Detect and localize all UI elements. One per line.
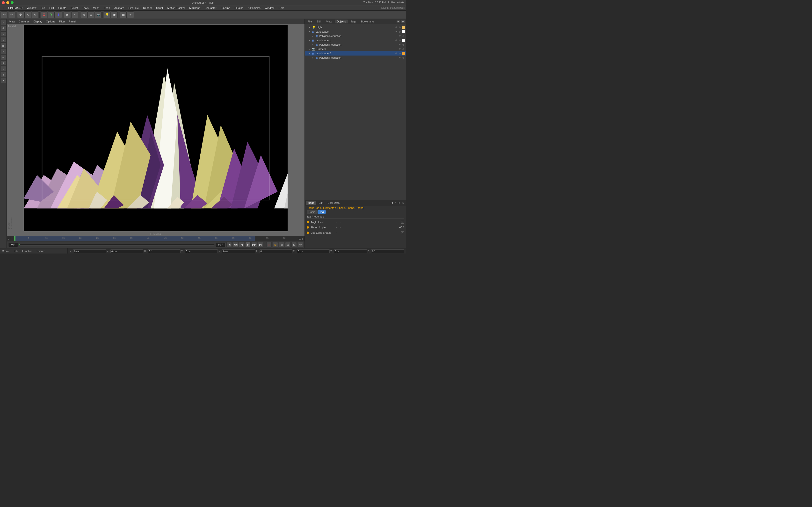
tree-item-light[interactable]: ▸ 💡 Light 👁 ◎	[305, 25, 406, 30]
key-sel-btn[interactable]: ⊟	[285, 242, 291, 247]
menu-window[interactable]: Window	[25, 6, 38, 10]
vis-icon-eye-3[interactable]: 👁	[398, 34, 401, 38]
landscape2-color-swatch[interactable]	[402, 52, 405, 55]
coord-input-z[interactable]	[297, 249, 329, 253]
vis-icon-eye-5[interactable]: 👁	[398, 43, 401, 46]
attr-check-edge-breaks[interactable]: ✓	[401, 231, 404, 234]
menu-pipeline[interactable]: Pipeline	[219, 6, 232, 10]
light-color-swatch[interactable]	[402, 25, 405, 29]
attr-basic-tab[interactable]: Basic	[307, 210, 317, 214]
vis-icon-render-4[interactable]: ◎	[398, 39, 401, 42]
tree-item-polyred1[interactable]: ▸ ▦ Polygon Reduction 👁 ◎	[305, 34, 406, 38]
toolbar-scale[interactable]: ⤡	[24, 11, 31, 18]
tree-item-polyred3[interactable]: ▸ ▦ Polygon Reduction 👁 ◎	[305, 56, 406, 60]
play-fwd-fast-btn[interactable]: ▶▶	[252, 242, 257, 247]
end-frame-input[interactable]	[216, 243, 225, 247]
toolbar-y-axis[interactable]: Y	[48, 11, 55, 18]
fullscreen-button[interactable]	[11, 1, 13, 4]
viewport-display[interactable]: Display	[33, 20, 43, 23]
left-btn-move[interactable]: ✥	[1, 25, 6, 31]
left-btn-scale[interactable]: ⤡	[1, 32, 6, 37]
toolbar-rotate[interactable]: ↻	[32, 11, 39, 18]
play-start-btn[interactable]: |◀	[226, 242, 232, 247]
viewport-filter[interactable]: Filter	[58, 20, 66, 23]
landscape1-color-swatch[interactable]	[402, 39, 405, 42]
menu-select[interactable]: Select	[69, 6, 80, 10]
menu-mesh[interactable]: Mesh	[91, 6, 101, 10]
key-all-btn[interactable]: ⊞	[279, 242, 284, 247]
key-obj-btn[interactable]: ⊡	[292, 242, 297, 247]
tree-item-landscape[interactable]: ▾ ▦ Landscape 👁 ◎	[305, 30, 406, 34]
menu-cinema4d[interactable]: CINEMA 4D	[6, 6, 24, 10]
coord-input-x[interactable]	[73, 249, 106, 253]
rpanel-tab-bookmarks[interactable]: Bookmarks	[359, 19, 376, 23]
play-fwd-btn[interactable]: ▶	[245, 242, 251, 247]
menu-simulate[interactable]: Simulate	[126, 6, 141, 10]
rpanel-tab-edit[interactable]: Edit	[315, 19, 323, 23]
toolbar-polygon[interactable]: ▦	[120, 11, 126, 18]
coord-input-b[interactable]	[371, 249, 404, 253]
play-back-btn[interactable]: ◀	[239, 242, 244, 247]
close-button[interactable]	[2, 1, 5, 4]
vis-icon-eye-7[interactable]: 👁	[394, 52, 398, 55]
tree-item-camera[interactable]: ▸ 📷 Camera 👁 ◎	[305, 47, 406, 51]
viewport-panel[interactable]: Panel	[68, 20, 77, 23]
timeline-ruler[interactable]: 0 F 5 10 15 20 25 30 35 40	[7, 236, 305, 241]
toolbar-render-region[interactable]: ▪	[71, 11, 78, 18]
left-btn-spline[interactable]: ∿	[1, 49, 6, 54]
menu-render[interactable]: Render	[141, 6, 154, 10]
vis-icon-eye-2[interactable]: 👁	[394, 30, 398, 33]
vis-icon-eye-8[interactable]: 👁	[398, 56, 401, 59]
attr-check-angle-limit[interactable]: ✓	[401, 221, 404, 224]
toolbar-camera[interactable]: 📷	[95, 11, 101, 18]
left-btn-sculpt[interactable]: ⊕	[1, 60, 6, 66]
rpanel-tab-objects[interactable]: Objects	[335, 19, 348, 23]
timeline-track[interactable]: 5 10 15 20 25 30 35 40 45 50 55 60 65 70…	[14, 236, 297, 241]
record-btn[interactable]: ●	[266, 242, 272, 247]
menu-window2[interactable]: Window	[263, 6, 276, 10]
vis-icon-eye[interactable]: 👁	[394, 25, 398, 29]
coord-input-y2[interactable]	[222, 249, 255, 253]
left-btn-mograph[interactable]: ❄	[1, 72, 6, 77]
rpanel-prev-btn[interactable]: ◀	[396, 19, 400, 23]
vis-icon-render-3[interactable]: ◎	[402, 34, 405, 38]
viewport-canvas[interactable]: Parallel FPS: 24.1 MAXONCINEMA 4D	[7, 24, 305, 236]
loop-btn[interactable]: ⟳	[298, 242, 303, 247]
mat-tab-texture[interactable]: Texture	[35, 249, 46, 253]
menu-plugins[interactable]: Plugins	[233, 6, 245, 10]
left-btn-deform[interactable]: ⊿	[1, 66, 6, 71]
toolbar-object[interactable]: ◎	[80, 11, 87, 18]
toolbar-x-axis[interactable]: X	[41, 11, 47, 18]
mat-tab-edit[interactable]: Edit	[13, 249, 19, 253]
toolbar-redo[interactable]: ↪	[8, 11, 15, 18]
toolbar-render-view[interactable]: ▶	[64, 11, 71, 18]
attr-nav-prev[interactable]: ◀	[390, 201, 394, 205]
play-prev-btn[interactable]: ◀◀	[233, 242, 238, 247]
menu-help[interactable]: Help	[277, 6, 286, 10]
attr-tag-tab[interactable]: Tag	[317, 210, 326, 214]
rpanel-tab-tags[interactable]: Tags	[349, 19, 358, 23]
menu-snap[interactable]: Snap	[102, 6, 112, 10]
mat-tab-create[interactable]: Create	[1, 249, 11, 253]
toolbar-light[interactable]: 💡	[104, 11, 110, 18]
current-frame-input[interactable]	[8, 243, 18, 247]
left-btn-xparticles[interactable]: ✦	[1, 78, 6, 83]
attr-nav-next[interactable]: ▶	[398, 201, 401, 205]
vis-icon-eye-4[interactable]: 👁	[394, 39, 398, 42]
vis-icon-render-7[interactable]: ◎	[398, 52, 401, 55]
menu-motion-tracker[interactable]: Motion Tracker	[165, 6, 187, 10]
play-end-btn[interactable]: ▶|	[258, 242, 263, 247]
attr-tab-edit[interactable]: Edit	[317, 201, 325, 205]
auto-key-btn[interactable]: ⊡	[272, 242, 278, 247]
left-btn-poly[interactable]: ▦	[1, 43, 6, 48]
playhead[interactable]	[14, 236, 15, 241]
vis-icon-eye-6[interactable]: 👁	[398, 47, 401, 51]
tree-item-landscape2[interactable]: ▾ ▦ Landscape.2 👁 ◎	[305, 51, 406, 56]
vis-icon-render-2[interactable]: ◎	[398, 30, 401, 33]
attr-nav-expand[interactable]: ⊞	[402, 201, 405, 205]
tree-item-landscape1[interactable]: ▾ ▦ Landscape.1 👁 ◎	[305, 38, 406, 43]
playback-scrubber[interactable]	[19, 244, 215, 245]
toolbar-z-axis[interactable]: Z	[55, 11, 62, 18]
menu-mograph[interactable]: MoGraph	[187, 6, 202, 10]
coord-input-z2[interactable]	[334, 249, 367, 253]
